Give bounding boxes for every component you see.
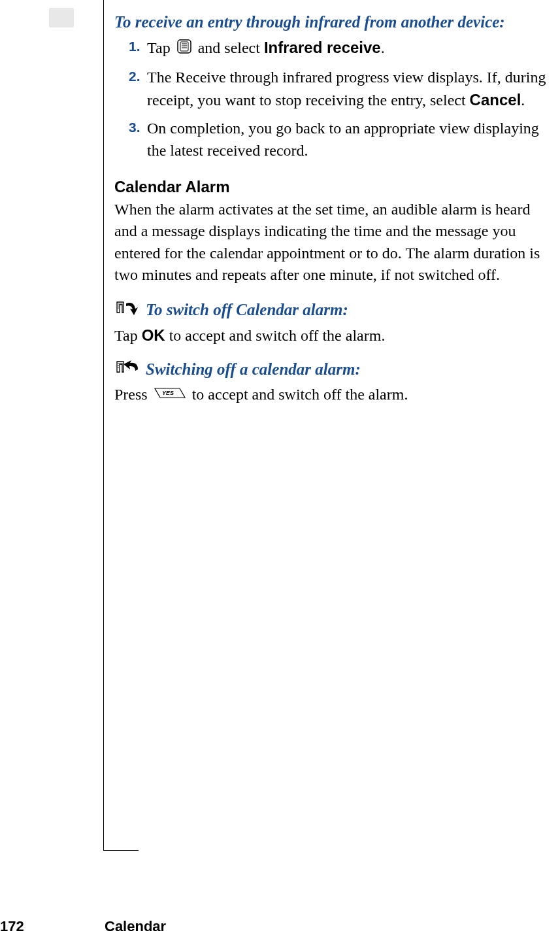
- page-number: 172: [0, 918, 24, 935]
- margin-vertical-line: [103, 0, 104, 850]
- procedure-heading-text: Switching off a calendar alarm:: [146, 360, 361, 378]
- section-body: When the alarm activates at the set time…: [114, 199, 553, 286]
- step-bold: Cancel: [470, 91, 521, 109]
- step-number: 1.: [129, 37, 140, 56]
- proc-text-suffix: to accept and switch off the alarm.: [188, 386, 408, 403]
- proc-text: Press: [114, 386, 152, 403]
- procedure-switch-off-press: Switching off a calendar alarm: Press YE…: [114, 358, 553, 407]
- step-text-prefix: Tap: [147, 39, 174, 56]
- proc-text: Tap: [114, 327, 142, 344]
- yes-key-icon: YES: [154, 384, 186, 407]
- step-number: 3.: [129, 118, 140, 137]
- hand-down-arrow-icon: [114, 298, 140, 322]
- step-text-after-icon: and select: [194, 39, 264, 56]
- section-heading: Calendar Alarm: [114, 178, 553, 196]
- svg-rect-1: [180, 42, 188, 51]
- step-2: 2. The Receive through infrared progress…: [129, 67, 553, 111]
- step-number: 2.: [129, 67, 140, 86]
- proc-bold: OK: [142, 326, 165, 344]
- procedure-heading-row: Switching off a calendar alarm:: [114, 358, 553, 381]
- step-bold: Infrared receive: [264, 39, 381, 56]
- procedure-switch-off-tap: To switch off Calendar alarm: Tap OK to …: [114, 298, 553, 347]
- hand-back-arrow-icon: [114, 358, 140, 381]
- procedure-body: Tap OK to accept and switch off the alar…: [114, 324, 553, 347]
- footer-section-title: Calendar: [105, 918, 166, 935]
- numbered-steps: 1. Tap and select Infrared receive. 2. T…: [114, 37, 553, 162]
- step-1: 1. Tap and select Infrared receive.: [129, 37, 553, 60]
- proc-text-suffix: to accept and switch off the alarm.: [165, 327, 386, 344]
- page: To receive an entry through infrared fro…: [0, 0, 560, 939]
- content-area: To receive an entry through infrared fro…: [114, 13, 553, 417]
- procedure-heading: To receive an entry through infrared fro…: [114, 13, 553, 31]
- step-text: On completion, you go back to an appropr…: [147, 120, 539, 159]
- svg-text:YES: YES: [162, 390, 174, 396]
- tab-indicator: [49, 8, 74, 27]
- menu-button-icon: [176, 39, 192, 61]
- step-suffix: .: [521, 92, 525, 109]
- step-suffix: .: [381, 39, 385, 56]
- step-3: 3. On completion, you go back to an appr…: [129, 118, 553, 162]
- procedure-body: Press YES to accept and switch off the a…: [114, 384, 553, 407]
- margin-horizontal-tick: [103, 850, 139, 851]
- procedure-heading-text: To switch off Calendar alarm:: [146, 301, 348, 318]
- procedure-heading-row: To switch off Calendar alarm:: [114, 298, 553, 322]
